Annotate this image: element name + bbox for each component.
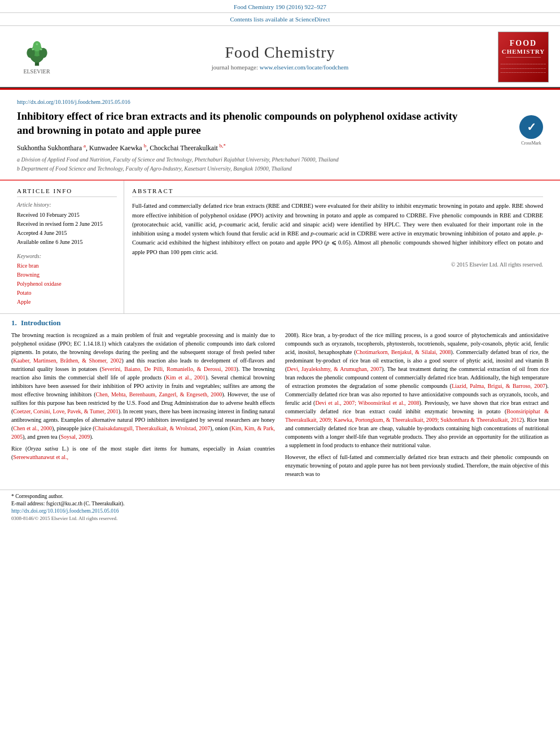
journal-header-center: Food Chemistry journal homepage: www.els…	[62, 43, 498, 71]
intro-para-2: Rice (Oryza sativa L.) is one of the mos…	[11, 444, 275, 461]
journal-doi-text: Food Chemistry 190 (2016) 922–927	[234, 3, 326, 10]
keyword-1: Rice bran	[17, 261, 117, 270]
keyword-2: Browning	[17, 270, 117, 279]
ref-devi[interactable]: Devi, Jayalekshmy, & Arumughan, 2007	[287, 366, 382, 372]
ref-devi2[interactable]: Devi et al., 2007; Wiboonsirikul et al.,…	[315, 400, 419, 406]
article-info-column: ARTICLE INFO Article history: Received 1…	[11, 181, 124, 313]
crossmark-label: CrossMark	[521, 141, 541, 146]
journal-title: Food Chemistry	[62, 43, 498, 62]
intro-col-right: 2008). Rice bran, a by-product of the ri…	[285, 331, 549, 482]
received-revised-date: Received in revised form 2 June 2015	[17, 220, 117, 228]
svg-point-5	[33, 41, 41, 51]
journal-url[interactable]: www.elsevier.com/locate/foodchem	[260, 64, 349, 71]
article-info-heading: ARTICLE INFO	[17, 187, 117, 197]
crossmark-container: ✓ CrossMark	[519, 115, 543, 146]
ref-chotimarkorn[interactable]: Chotimarkorn, Benjakul, & Silalai, 2008	[356, 349, 451, 355]
journal-citation-bar: Food Chemistry 190 (2016) 922–927	[0, 0, 560, 13]
footnote-issn: 0308-8146/© 2015 Elsevier Ltd. All right…	[11, 516, 549, 521]
ref-chaisakd[interactable]: Chaisakdanugull, Theerakulkait, & Wrolst…	[95, 425, 211, 431]
abstract-text: Full-fatted and commercially defatted ri…	[132, 202, 543, 257]
svg-point-8	[36, 43, 38, 45]
contents-label: Contents lists available at	[230, 16, 294, 23]
article-doi[interactable]: http://dx.doi.org/10.1016/j.foodchem.201…	[17, 99, 543, 105]
history-label: Article history:	[17, 202, 117, 208]
intro-para-r2: However, the effect of full-fatted and c…	[285, 453, 549, 478]
intro-number: 1.	[11, 318, 17, 327]
received-date: Received 10 February 2015	[17, 211, 117, 219]
ref-kim2001[interactable]: Kim et al., 2001	[166, 374, 205, 381]
ref-sereewatt[interactable]: Sereewatthanawut et al.,	[13, 454, 68, 460]
footnote-email: E-mail address: fsgicct@ku.ac.th (C. The…	[11, 501, 549, 506]
intro-section-title: 1. Introduction	[0, 314, 560, 327]
spacer	[0, 482, 560, 490]
abstract-column: ABSTRACT Full-fatted and commercially de…	[124, 181, 549, 313]
intro-para-1: The browning reaction is recognized as a…	[11, 331, 275, 441]
available-date: Available online 6 June 2015	[17, 238, 117, 246]
ref-kaaber[interactable]: Kaaber, Martinsen, Bråthen, & Shomer, 20…	[13, 357, 121, 364]
footnote-section: * Corresponding author. E-mail address: …	[0, 490, 560, 523]
ref-chen2000[interactable]: Chen, Mehta, Berenbaum, Zangerl, & Enges…	[96, 391, 222, 397]
affiliation-b: b Department of Food Science and Technol…	[17, 165, 508, 173]
accepted-date: Accepted 4 June 2015	[17, 229, 117, 237]
footnote-corresponding: * Corresponding author.	[11, 493, 549, 499]
badge-food-text: FOOD	[510, 39, 537, 48]
ref-boonsiripiphat[interactable]: Boonsiripiphat & Theerakulkait, 2009; Ka…	[285, 408, 549, 423]
copyright-line: © 2015 Elsevier Ltd. All rights reserved…	[132, 261, 543, 268]
sciencedirect-link[interactable]: ScienceDirect	[295, 16, 330, 23]
article-info-abstract-section: ARTICLE INFO Article history: Received 1…	[0, 181, 560, 314]
badge-chem-text: CHEMISTRY	[502, 48, 545, 55]
ref-liazid[interactable]: Liazid, Palma, Brigui, & Barroso, 2007	[452, 383, 545, 389]
intro-body: The browning reaction is recognized as a…	[0, 331, 560, 482]
journal-header: ELSEVIER Food Chemistry journal homepage…	[0, 26, 560, 88]
elsevier-tree-icon	[16, 40, 58, 68]
food-chemistry-badge: FOOD CHEMISTRY ───────────────── ───────…	[498, 32, 549, 82]
ref-chen2[interactable]: Chen et al., 2000	[13, 425, 52, 431]
ref-coetzer[interactable]: Coetzer, Corsini, Love, Pavek, & Tumer, …	[13, 408, 118, 414]
contents-line: Contents lists available at ScienceDirec…	[0, 13, 560, 26]
svg-point-6	[32, 48, 34, 50]
svg-point-7	[40, 48, 42, 50]
ref-severini[interactable]: Severini, Baiano, De Pilli, Romaniello, …	[102, 366, 237, 372]
article-section: http://dx.doi.org/10.1016/j.foodchem.201…	[0, 90, 560, 181]
keyword-4: Potato	[17, 289, 117, 298]
affiliation-a: a Division of Applied Food and Nutrition…	[17, 156, 508, 164]
ref-soysal[interactable]: Soysal, 2009	[60, 434, 90, 440]
article-title: Inhibitory effect of rice bran extracts …	[17, 110, 508, 137]
intro-title: Introduction	[21, 318, 61, 327]
keywords-label: Keywords:	[17, 253, 117, 259]
intro-para-r1: 2008). Rice bran, a by-product of the ri…	[285, 331, 549, 449]
badge-lines: ───────────────── ───────────────── ────…	[501, 62, 546, 75]
keyword-3: Polyphenol oxidase	[17, 279, 117, 289]
journal-homepage: journal homepage: www.elsevier.com/locat…	[62, 64, 498, 71]
crossmark-icon: ✓	[519, 115, 543, 139]
keywords-section: Keywords: Rice bran Browning Polyphenol …	[17, 253, 117, 307]
keyword-5: Apple	[17, 298, 117, 307]
elsevier-text: ELSEVIER	[23, 68, 50, 75]
article-authors: Sukhontha Sukhonthara a, Kunwadee Kaewka…	[17, 143, 508, 152]
intro-col-left: The browning reaction is recognized as a…	[11, 331, 275, 482]
elsevier-logo: ELSEVIER	[11, 40, 62, 75]
abstract-heading: ABSTRACT	[132, 187, 543, 197]
footnote-doi[interactable]: http://dx.doi.org/10.1016/j.foodchem.201…	[11, 508, 549, 514]
